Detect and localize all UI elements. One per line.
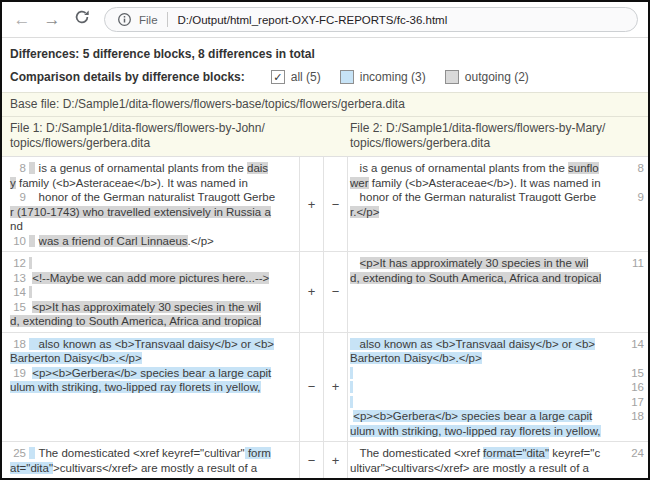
diff-segment: The domesticated <xref keyref="cultivar" <box>35 447 244 459</box>
back-arrow-icon: ← <box>14 10 31 30</box>
diff-segment <box>350 367 353 379</box>
source-line: 9 honor of the German naturalist Traugot… <box>350 190 644 219</box>
diff-block: 18 also known as <b>Transvaal daisy</b> … <box>2 333 648 443</box>
base-file-path: Base file: D:/Sample1/dita-flowers/flowe… <box>10 97 405 111</box>
address-bar[interactable]: File D:/Output/html_report-OXY-FC-REPORT… <box>104 7 638 32</box>
forward-arrow-icon: → <box>44 10 61 30</box>
file2-cell: 8 is a genus of ornamental plants from t… <box>348 157 648 251</box>
line-number: 13 <box>10 271 26 286</box>
line-number: 25 <box>10 446 26 461</box>
right-change-sign: + <box>324 333 348 442</box>
browser-window: ← → File D:/Output/html_re <box>0 0 650 480</box>
source-line: 19 <p><b>Gerbera</b> species bear a larg… <box>10 366 297 395</box>
source-line: 17 <box>350 395 644 410</box>
source-line: 25 The domesticated <xref keyref="cultiv… <box>10 446 297 475</box>
diff-segment <box>350 396 353 408</box>
filter-option-all[interactable]: ✓ all (5) <box>271 70 321 84</box>
diff-block: 8 is a genus of ornamental plants from t… <box>2 157 648 252</box>
back-button[interactable]: ← <box>10 8 34 32</box>
filter-label: Comparison details by difference blocks: <box>10 70 245 84</box>
source-line: 15 <box>350 366 644 381</box>
right-change-sign: + <box>324 442 348 478</box>
diff-block: 25 The domesticated <xref keyref="cultiv… <box>2 442 648 478</box>
diff-segment <box>350 381 353 393</box>
diff-segment: <p>It has approximately 30 species in th… <box>10 301 261 328</box>
right-change-sign: − <box>324 252 348 332</box>
line-number: 24 <box>624 446 644 461</box>
diff-segment: <p>It has approximately 30 species in th… <box>350 257 601 284</box>
all-checkbox-label: all (5) <box>291 70 321 84</box>
diff-segment: r.</p> <box>350 206 379 218</box>
source-line: 9 honor of the German naturalist Traugot… <box>10 190 297 234</box>
line-number: 19 <box>10 366 26 381</box>
source-line: 11 <p>It has approximately 30 species in… <box>350 256 644 285</box>
source-line: 8 is a genus of ornamental plants from t… <box>350 161 644 190</box>
source-line: 24 The domesticated <xref format="dita" … <box>350 446 644 475</box>
diff-segment: is a genus of ornamental plants from the <box>35 162 247 174</box>
file2-path: File 2: D:/Sample1/dita-flowers/flowers-… <box>350 121 648 151</box>
diff-segment: was a friend of Carl Linnaeus <box>39 235 188 247</box>
diff-blocks-container: 8 is a genus of ornamental plants from t… <box>2 157 648 478</box>
line-number: 15 <box>624 366 644 381</box>
source-line: 13 <!--Maybe we can add more pictures he… <box>10 271 297 286</box>
diff-segment: is a genus of ornamental plants from the <box>350 162 568 174</box>
all-checkbox[interactable]: ✓ <box>271 70 285 84</box>
diff-segment: also known as <b>Transvaal daisy</b> or … <box>350 338 595 365</box>
line-number: 15 <box>10 300 26 315</box>
outgoing-checkbox[interactable] <box>445 70 459 84</box>
left-change-sign: + <box>300 157 324 251</box>
file-header-row: File 1: D:/Sample1/dita-flowers/flowers-… <box>2 117 648 157</box>
source-line: 14 also known as <b>Transvaal daisy</b> … <box>350 337 644 366</box>
line-number: 14 <box>10 285 26 300</box>
diff-segment: nd <box>10 220 23 232</box>
diff-segment <box>350 257 360 269</box>
line-number: 12 <box>10 256 26 271</box>
line-number: 18 <box>10 337 26 352</box>
line-number: 9 <box>624 190 644 205</box>
filter-option-outgoing[interactable]: outgoing (2) <box>445 70 529 84</box>
source-line: 18 also known as <b>Transvaal daisy</b> … <box>10 337 297 366</box>
differences-summary: Differences: 5 difference blocks, 8 diff… <box>10 47 640 61</box>
filter-row: Comparison details by difference blocks:… <box>10 70 640 84</box>
line-number: 8 <box>624 161 644 176</box>
diff-segment: The domesticated <xref <box>350 447 483 459</box>
file1-cell: 18 also known as <b>Transvaal daisy</b> … <box>2 333 300 442</box>
line-number: 8 <box>10 161 26 176</box>
diff-segment: honor of the German naturalist Traugott … <box>29 191 275 203</box>
file2-cell: 24 The domesticated <xref format="dita" … <box>348 442 648 478</box>
line-number: 16 <box>624 380 644 395</box>
outgoing-checkbox-label: outgoing (2) <box>465 70 529 84</box>
right-change-sign: − <box>324 157 348 251</box>
diff-segment: family (<b>Asteraceae</b>). It was named… <box>369 177 601 189</box>
url-scheme-label: File <box>139 14 158 26</box>
file2-cell: 14 also known as <b>Transvaal daisy</b> … <box>348 333 648 442</box>
base-file-row: Base file: D:/Sample1/dita-flowers/flowe… <box>2 92 648 117</box>
source-line: 15 <p>It has approximately 30 species in… <box>10 300 297 329</box>
diff-segment: honor of the German naturalist Traugott … <box>350 191 596 203</box>
incoming-checkbox-label: incoming (3) <box>360 70 426 84</box>
source-line: 14 <box>10 285 297 300</box>
forward-button[interactable]: → <box>40 8 64 32</box>
diff-segment: r (1710-1743) who travelled extensively … <box>10 206 271 218</box>
diff-segment: >cultivars</xref> are mostly a result of… <box>53 462 257 474</box>
reload-button[interactable] <box>70 8 94 32</box>
info-icon[interactable] <box>117 12 132 27</box>
browser-toolbar: ← → File D:/Output/html_re <box>2 2 648 38</box>
filter-option-incoming[interactable]: incoming (3) <box>340 70 426 84</box>
report-page: Differences: 5 difference blocks, 8 diff… <box>2 38 648 478</box>
diff-segment: <p><b>Gerbera</b> species bear a large c… <box>350 410 601 437</box>
diff-segment: also known as <b>Transvaal daisy</b> or … <box>10 338 274 365</box>
line-number: 9 <box>10 190 26 205</box>
source-line: 18 <p><b>Gerbera</b> species bear a larg… <box>350 409 644 438</box>
file2-cell: 11 <p>It has approximately 30 species in… <box>348 252 648 332</box>
line-number: 11 <box>624 256 644 271</box>
line-number: 14 <box>624 337 644 352</box>
left-change-sign: − <box>300 442 324 478</box>
file1-path: File 1: D:/Sample1/dita-flowers/flowers-… <box>2 121 350 151</box>
reload-icon <box>74 9 90 30</box>
line-number: 18 <box>624 409 644 424</box>
source-line: 10 was a friend of Carl Linnaeus.</p> <box>10 234 297 249</box>
diff-segment: family (<b>Asteraceae</b>). It was named… <box>16 177 248 189</box>
file1-cell: 25 The domesticated <xref keyref="cultiv… <box>2 442 300 478</box>
incoming-checkbox[interactable] <box>340 70 354 84</box>
